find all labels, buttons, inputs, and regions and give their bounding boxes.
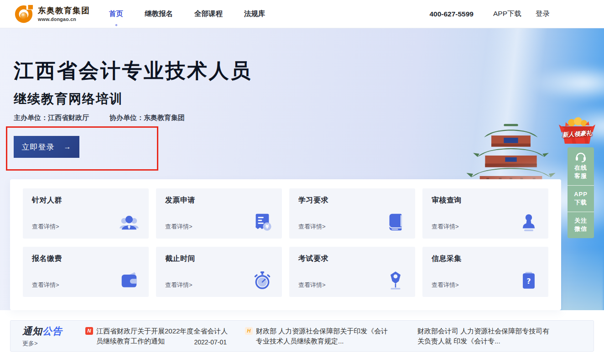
info-cards-panel: 针对人群 查看详情> 发票申请 查看详情>: [10, 179, 561, 310]
notice-more-link[interactable]: 更多>: [22, 339, 63, 348]
login-link[interactable]: 登录: [536, 9, 550, 19]
follow-wechat-button[interactable]: 关注 微信: [568, 212, 594, 238]
card-detail-link[interactable]: 查看详情>: [165, 281, 193, 291]
co-organizer-label: 协办单位：东奥教育集团: [109, 114, 185, 122]
card-exam-requirements[interactable]: 考试要求 查看详情>: [289, 247, 415, 297]
card-title: 报名缴费: [32, 254, 140, 264]
top-navbar: 东奥教育集团 www.dongao.cn 首页 继教报名 全部课程 法规库 40…: [0, 0, 604, 28]
follow-wechat-label-line1: 关注: [568, 217, 594, 225]
header-right: 400-627-5599 APP下载 登录: [429, 9, 604, 19]
nav-item-regulations[interactable]: 法规库: [244, 9, 266, 19]
online-service-button[interactable]: 在线 客服: [568, 147, 594, 185]
notice-title-part2: 公告: [42, 326, 62, 336]
organizer-label: 主办单位：江西省财政厅: [14, 114, 89, 122]
online-service-label-line2: 客服: [568, 172, 594, 180]
card-detail-link[interactable]: 查看详情>: [165, 223, 193, 233]
hotline-number: 400-627-5599: [429, 10, 474, 18]
stopwatch-icon: [252, 270, 273, 291]
notice-title: 通知公告: [22, 325, 63, 338]
stamp-icon: [518, 212, 539, 233]
dongao-logo-icon: [14, 4, 34, 24]
app-download-label-line1: APP: [568, 190, 594, 198]
online-service-label-line1: 在线: [568, 164, 594, 172]
info-cards-grid: 针对人群 查看详情> 发票申请 查看详情>: [10, 179, 561, 306]
card-title: 信息采集: [432, 254, 539, 264]
floating-widgets: 新人领豪礼 在线 客服 APP 下载 关注 微信: [568, 117, 594, 238]
clipboard-question-icon: ?: [518, 270, 539, 291]
badge-hot-icon: H: [245, 327, 253, 335]
people-icon: [119, 212, 140, 233]
notice-item[interactable]: N 江西省财政厅关于开展2022年度全省会计人员继续教育工作的通知 2022-0…: [85, 326, 234, 346]
notice-header: 通知公告 更多>: [22, 325, 63, 348]
hero-title: 江西省会计专业技术人员: [14, 57, 252, 84]
notice-item-date: 2022-07-01: [194, 338, 227, 346]
card-title: 发票申请: [165, 196, 273, 205]
follow-wechat-label-line2: 微信: [568, 225, 594, 233]
card-detail-link[interactable]: 查看详情>: [32, 281, 59, 291]
app-download-link[interactable]: APP下载: [493, 9, 521, 19]
nav-item-all-courses[interactable]: 全部课程: [194, 9, 223, 19]
new-user-gift-badge[interactable]: 新人领豪礼: [557, 117, 597, 145]
logo-site-url: www.dongao.cn: [38, 16, 90, 22]
card-info-collection[interactable]: 信息采集 查看详情> ?: [422, 247, 548, 297]
card-title: 考试要求: [298, 254, 406, 264]
app-download-label-line2: 下载: [568, 198, 594, 207]
card-title: 审核查询: [432, 196, 539, 205]
active-indicator-dot: [115, 24, 117, 26]
pin-icon: [385, 270, 406, 291]
svg-text:?: ?: [526, 277, 531, 286]
nav-item-home[interactable]: 首页: [109, 9, 123, 19]
app-download-side-button[interactable]: APP 下载: [568, 185, 594, 212]
notice-item[interactable]: H 财政部 人力资源社会保障部关于印发《会计专业技术人员继续教育规定...: [245, 326, 394, 346]
notice-item-text[interactable]: 财政部 人力资源社会保障部关于印发《会计专业技术人员继续教育规定...: [256, 326, 394, 346]
notice-bar: 通知公告 更多> N 江西省财政厅关于开展2022年度全省会计人员继续教育工作的…: [10, 320, 594, 352]
card-detail-link[interactable]: 查看详情>: [432, 281, 459, 291]
invoice-icon: ¥: [252, 212, 273, 233]
nav-item-ce-registration[interactable]: 继教报名: [145, 9, 173, 19]
card-detail-link[interactable]: 查看详情>: [298, 281, 326, 291]
card-title: 截止时间: [165, 254, 273, 264]
notice-item[interactable]: 财政部会计司 人力资源社会保障部专技司有关负责人就 印发《会计专...: [417, 326, 552, 346]
annotation-highlight-box: [6, 126, 158, 171]
card-invoice-request[interactable]: 发票申请 查看详情> ¥: [156, 188, 282, 239]
shore-decoration: [560, 247, 604, 310]
notice-item-text[interactable]: 财政部会计司 人力资源社会保障部专技司有关负责人就 印发《会计专...: [417, 326, 552, 346]
card-registration-payment[interactable]: 报名缴费 查看详情>: [23, 247, 149, 297]
card-detail-link[interactable]: 查看详情>: [32, 223, 59, 233]
headset-icon: [575, 152, 587, 162]
card-review-inquiry[interactable]: 审核查询 查看详情>: [422, 188, 548, 239]
service-side-panel: 在线 客服 APP 下载 关注 微信: [568, 147, 594, 238]
card-detail-link[interactable]: 查看详情>: [298, 223, 326, 233]
svg-text:¥: ¥: [266, 224, 269, 230]
site-logo[interactable]: 东奥教育集团 www.dongao.cn: [14, 4, 90, 24]
hero-organizers: 主办单位：江西省财政厅 协办单位：东奥教育集团: [14, 114, 185, 122]
card-target-audience[interactable]: 针对人群 查看详情>: [23, 188, 149, 239]
card-detail-link[interactable]: 查看详情>: [432, 223, 459, 233]
main-nav: 首页 继教报名 全部课程 法规库: [109, 9, 266, 19]
badge-new-icon: N: [85, 327, 93, 335]
card-title: 针对人群: [32, 196, 140, 205]
card-title: 学习要求: [298, 196, 406, 205]
card-study-requirements[interactable]: 学习要求 查看详情>: [289, 188, 415, 239]
logo-company-name: 东奥教育集团: [38, 6, 90, 15]
notice-title-part1: 通知: [22, 326, 42, 336]
book-icon: [385, 212, 406, 233]
wallet-icon: [119, 270, 140, 291]
hero-subtitle: 继续教育网络培训: [14, 90, 123, 108]
card-deadline[interactable]: 截止时间 查看详情>: [156, 247, 282, 297]
